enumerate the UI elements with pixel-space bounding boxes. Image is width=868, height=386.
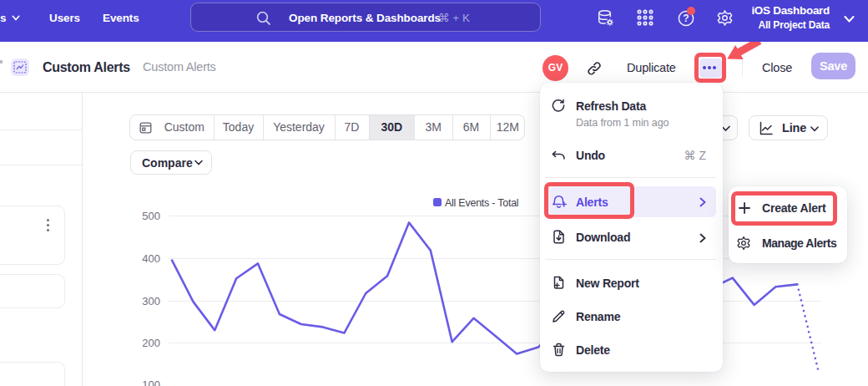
- svg-text:?: ?: [683, 13, 689, 24]
